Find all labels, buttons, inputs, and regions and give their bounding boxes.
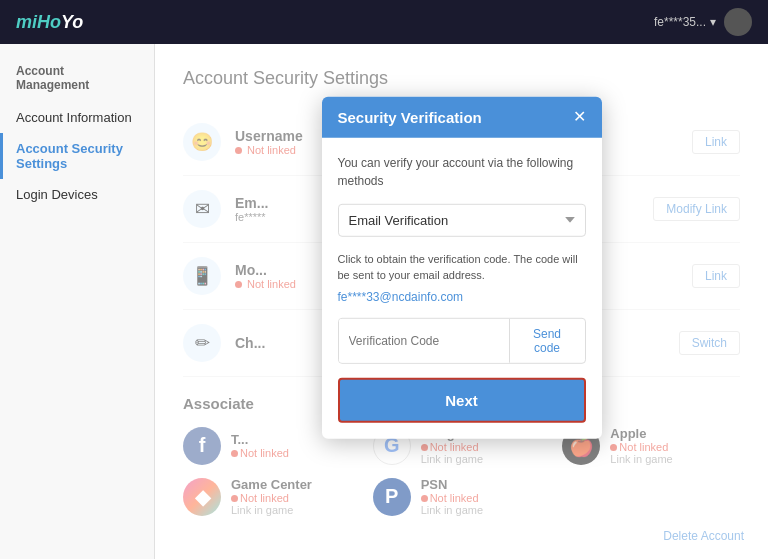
verification-code-input[interactable] xyxy=(339,318,509,362)
modal-close-button[interactable]: ✕ xyxy=(573,109,586,125)
sidebar-item-security-settings[interactable]: Account Security Settings xyxy=(0,133,154,179)
layout: Account Management Account Information A… xyxy=(0,44,768,559)
modal-email-display: fe****33@ncdainfo.com xyxy=(338,289,586,303)
verification-method-select[interactable]: Email Verification Phone Verification xyxy=(338,203,586,236)
chevron-down-icon: ▾ xyxy=(710,15,716,29)
modal-description: You can verify your account via the foll… xyxy=(338,153,586,189)
sidebar-section-title: Account Management xyxy=(0,64,154,102)
sidebar-item-login-devices[interactable]: Login Devices xyxy=(0,179,154,210)
modal-body: You can verify your account via the foll… xyxy=(322,137,602,438)
next-button[interactable]: Next xyxy=(338,377,586,422)
security-verification-modal: Security Verification ✕ You can verify y… xyxy=(322,96,602,438)
logo: miHoYo xyxy=(16,12,83,33)
sidebar-item-account-info[interactable]: Account Information xyxy=(0,102,154,133)
header-user[interactable]: fe****35... ▾ xyxy=(654,15,716,29)
modal-code-row: Send code xyxy=(338,317,586,363)
header-username: fe****35... xyxy=(654,15,706,29)
avatar xyxy=(724,8,752,36)
header: miHoYo fe****35... ▾ xyxy=(0,0,768,44)
sidebar: Account Management Account Information A… xyxy=(0,44,155,559)
send-code-button[interactable]: Send code xyxy=(509,318,585,362)
header-right: fe****35... ▾ xyxy=(654,8,752,36)
modal-header: Security Verification ✕ xyxy=(322,96,602,137)
main-content: Account Security Settings 😊 Username Not… xyxy=(155,44,768,559)
modal-title: Security Verification xyxy=(338,108,482,125)
modal-send-description: Click to obtain the verification code. T… xyxy=(338,250,586,283)
